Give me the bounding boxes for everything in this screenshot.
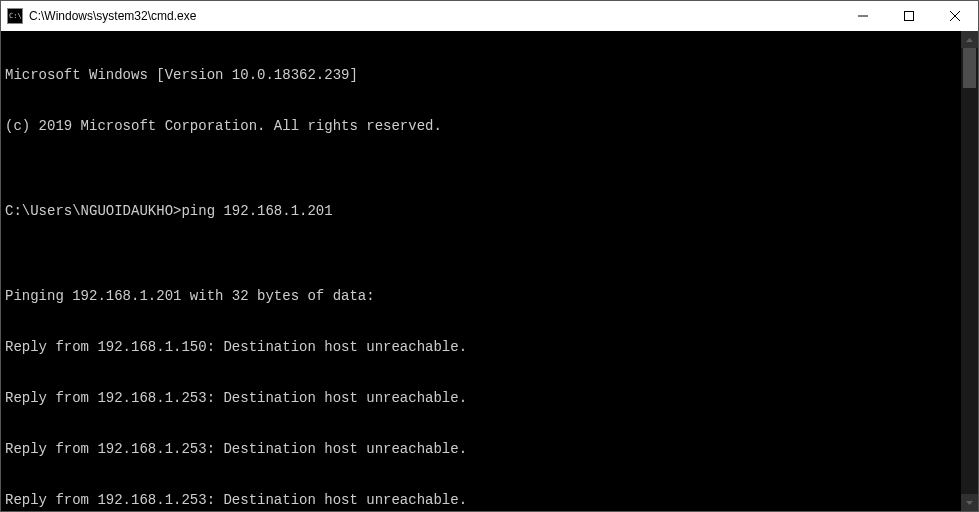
terminal-line: Reply from 192.168.1.150: Destination ho… [5,339,957,356]
close-button[interactable] [932,1,978,31]
svg-text:C:\: C:\ [9,12,22,20]
terminal-line: Pinging 192.168.1.201 with 32 bytes of d… [5,288,957,305]
minimize-button[interactable] [840,1,886,31]
titlebar[interactable]: C:\ C:\Windows\system32\cmd.exe [1,1,978,31]
terminal-line: Microsoft Windows [Version 10.0.18362.23… [5,67,957,84]
window-title: C:\Windows\system32\cmd.exe [29,9,840,23]
terminal-line: Reply from 192.168.1.253: Destination ho… [5,492,957,509]
svg-marker-7 [966,38,973,42]
scroll-track[interactable] [961,48,978,494]
scroll-down-arrow[interactable] [961,494,978,511]
scroll-up-arrow[interactable] [961,31,978,48]
vertical-scrollbar[interactable] [961,31,978,511]
terminal-line: C:\Users\NGUOIDAUKHO>ping 192.168.1.201 [5,203,957,220]
svg-marker-8 [966,501,973,505]
command-prompt-window: C:\ C:\Windows\system32\cmd.exe Microsof… [0,0,979,512]
svg-rect-4 [905,12,914,21]
scroll-thumb[interactable] [963,48,976,88]
terminal-line: Reply from 192.168.1.253: Destination ho… [5,390,957,407]
cmd-icon: C:\ [7,8,23,24]
terminal-area: Microsoft Windows [Version 10.0.18362.23… [1,31,978,511]
terminal-content[interactable]: Microsoft Windows [Version 10.0.18362.23… [1,31,961,511]
terminal-line: (c) 2019 Microsoft Corporation. All righ… [5,118,957,135]
terminal-line: Reply from 192.168.1.253: Destination ho… [5,441,957,458]
maximize-button[interactable] [886,1,932,31]
window-controls [840,1,978,31]
